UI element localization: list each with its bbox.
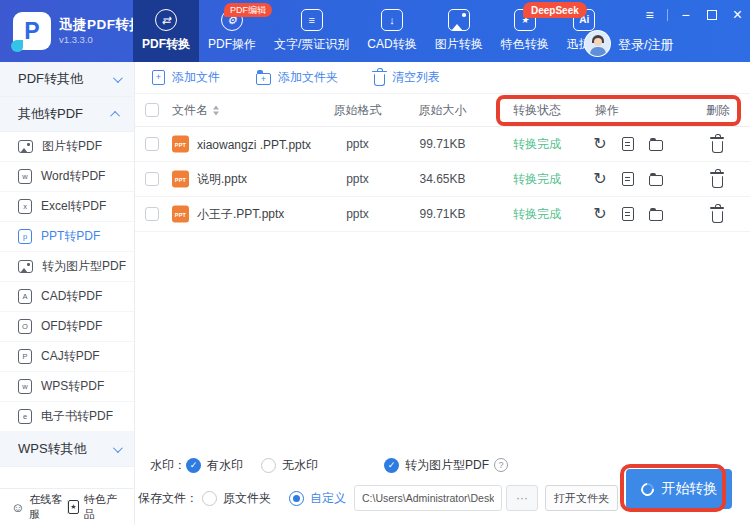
deepseek-badge: DeepSeek: [523, 2, 587, 18]
file-toolbar: + 添加文件 + 添加文件夹 清空列表: [135, 62, 750, 94]
reconvert-button[interactable]: ↻: [590, 204, 610, 224]
open-folder-button[interactable]: [646, 204, 666, 224]
sidebar-item-label: 图片转PDF: [42, 138, 102, 155]
watermark-label: 水印：: [150, 457, 186, 474]
ofd-file-icon: O: [18, 319, 32, 334]
section-label: PDF转其他: [18, 70, 83, 88]
delete-button[interactable]: [707, 134, 727, 154]
status-label: 转换完成: [513, 171, 561, 188]
footer-label: 特色产品: [84, 492, 123, 522]
trash-icon: [712, 211, 723, 223]
select-all-checkbox[interactable]: [145, 103, 159, 117]
custom-folder-radio[interactable]: [289, 491, 304, 506]
watermark-settings: 水印： ✓ 有水印 无水印 ✓ 转为图片型PDF ?: [150, 454, 508, 476]
row-checkbox[interactable]: [145, 137, 159, 151]
document-icon: [622, 207, 634, 221]
row-checkbox[interactable]: [145, 172, 159, 186]
file-size: 34.65KB: [405, 172, 480, 186]
convert-arrows-icon: ⇄: [155, 9, 177, 31]
ppt-file-icon: PPT: [172, 136, 189, 153]
tab-image-convert[interactable]: 图片转换: [426, 0, 492, 62]
sidebar-item-cad-to-pdf[interactable]: A CAD转PDF: [0, 282, 134, 312]
no-watermark-radio[interactable]: [261, 458, 276, 473]
document-icon: [622, 137, 634, 151]
sidebar-item-label: 电子书转PDF: [41, 408, 113, 425]
folder-icon: [649, 175, 663, 186]
tab-label: PDF操作: [208, 36, 256, 53]
column-size: 原始大小: [405, 102, 480, 119]
open-file-button[interactable]: [618, 169, 638, 189]
menu-icon[interactable]: ≡: [641, 6, 658, 24]
sidebar-item-label: Word转PDF: [41, 168, 105, 185]
sidebar-item-label: Excel转PDF: [41, 198, 106, 215]
start-convert-button[interactable]: 开始转换: [626, 469, 732, 509]
column-delete: 删除: [706, 102, 730, 119]
column-status: 转换状态: [513, 102, 561, 119]
sidebar-item-ppt-to-pdf[interactable]: p PPT转PDF: [0, 222, 134, 252]
image-pdf-checkbox[interactable]: ✓: [384, 458, 399, 473]
tab-label: CAD转换: [367, 36, 416, 53]
column-format: 原始格式: [320, 102, 395, 119]
open-file-button[interactable]: [618, 134, 638, 154]
reconvert-button[interactable]: ↻: [590, 134, 610, 154]
image-file-icon: [18, 140, 33, 153]
sidebar-item-label: WPS转PDF: [41, 378, 104, 395]
add-file-button[interactable]: + 添加文件: [152, 69, 220, 86]
tab-ocr[interactable]: ≡ 文字/票证识别: [265, 0, 358, 62]
sidebar-item-to-image-pdf[interactable]: 转为图片型PDF: [0, 252, 134, 282]
convert-spinner-icon: [638, 480, 656, 498]
clear-list-button[interactable]: 清空列表: [374, 69, 440, 86]
save-path-input[interactable]: [354, 485, 502, 511]
add-folder-button[interactable]: + 添加文件夹: [256, 69, 338, 86]
sidebar-section-wps-to-other[interactable]: WPS转其他: [0, 432, 134, 467]
chevron-down-icon: [113, 443, 123, 453]
section-label: 其他转PDF: [18, 105, 83, 123]
sidebar-item-image-to-pdf[interactable]: 图片转PDF: [0, 132, 134, 162]
login-register-link[interactable]: 登录/注册: [618, 36, 674, 54]
sidebar-item-wps-to-pdf[interactable]: w WPS转PDF: [0, 372, 134, 402]
open-folder-button[interactable]: [646, 169, 666, 189]
source-folder-radio[interactable]: [202, 491, 217, 506]
table-row: PPT xiaowangzi .PPT.pptx pptx 99.71KB 转换…: [135, 127, 750, 162]
tab-pdf-convert[interactable]: ⇄ PDF转换: [133, 0, 199, 62]
add-file-icon: +: [152, 70, 165, 85]
file-name: 说明.pptx: [197, 171, 247, 188]
file-format: pptx: [320, 137, 395, 151]
help-icon[interactable]: ?: [494, 458, 508, 472]
sidebar-item-word-to-pdf[interactable]: w Word转PDF: [0, 162, 134, 192]
delete-button[interactable]: [707, 169, 727, 189]
delete-button[interactable]: [707, 204, 727, 224]
column-actions: 操作: [595, 102, 619, 119]
online-support-button[interactable]: ☺ 在线客服: [11, 492, 67, 522]
open-folder-button[interactable]: [646, 134, 666, 154]
sidebar-item-ebook-to-pdf[interactable]: e 电子书转PDF: [0, 402, 134, 432]
logo-letter: P: [24, 18, 39, 45]
sidebar-item-label: OFD转PDF: [41, 318, 102, 335]
sidebar-item-label: PPT转PDF: [41, 228, 100, 245]
sidebar-item-caj-to-pdf[interactable]: P CAJ转PDF: [0, 342, 134, 372]
cad-file-icon: A: [18, 289, 32, 304]
reconvert-button[interactable]: ↻: [590, 169, 610, 189]
sidebar-section-other-to-pdf[interactable]: 其他转PDF: [0, 97, 134, 132]
custom-folder-label: 自定义: [310, 490, 346, 507]
open-folder-button[interactable]: 打开文件夹: [545, 485, 618, 511]
avatar[interactable]: [584, 30, 611, 57]
open-file-button[interactable]: [618, 204, 638, 224]
tab-cad-convert[interactable]: ↓ CAD转换: [358, 0, 425, 62]
minimize-icon[interactable]: −: [677, 6, 694, 24]
section-label: WPS转其他: [18, 440, 87, 458]
row-checkbox[interactable]: [145, 207, 159, 221]
maximize-icon[interactable]: [703, 6, 720, 24]
sidebar-section-pdf-to-other[interactable]: PDF转其他: [0, 62, 134, 97]
close-icon[interactable]: ×: [729, 6, 746, 24]
with-watermark-radio[interactable]: ✓: [186, 458, 201, 473]
sidebar-item-excel-to-pdf[interactable]: x Excel转PDF: [0, 192, 134, 222]
browse-button[interactable]: ···: [506, 485, 538, 511]
window-controls: ≡ − ×: [641, 6, 746, 24]
excel-file-icon: x: [18, 199, 32, 214]
file-size: 99.71KB: [405, 207, 480, 221]
wps-file-icon: w: [18, 379, 32, 394]
featured-products-button[interactable]: ★ 特色产品: [68, 492, 123, 522]
sidebar-item-ofd-to-pdf[interactable]: O OFD转PDF: [0, 312, 134, 342]
sort-icon[interactable]: [213, 105, 219, 115]
